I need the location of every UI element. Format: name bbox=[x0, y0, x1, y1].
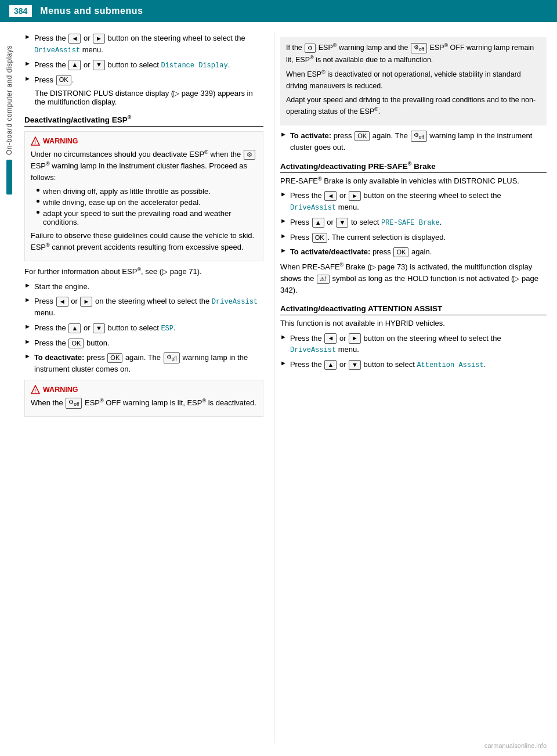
warning-icon-1: ! bbox=[31, 136, 40, 146]
btn-left-4: ◄ bbox=[324, 333, 337, 343]
step-press-lr: ► Press ◄ or ► on the steering wheel to … bbox=[24, 296, 263, 319]
attention-step-2: ► Press the ▲ or ▼ button to select Atte… bbox=[280, 359, 547, 370]
attention-intro: This function is not available in HYBRID… bbox=[280, 318, 547, 329]
sidebar-label: On-board computer and displays bbox=[5, 45, 13, 155]
warning-text-1: Under no circumstances should you deacti… bbox=[31, 149, 257, 184]
btn-right: ► bbox=[93, 34, 105, 44]
driveassist-code-4: DriveAssist bbox=[290, 346, 336, 354]
warning-failure-text: Failure to observe these guidelines coul… bbox=[31, 230, 257, 254]
bullet-arrow-3: ► bbox=[24, 75, 31, 82]
btn-down-1: ▼ bbox=[93, 60, 105, 70]
svg-text:!: ! bbox=[34, 388, 36, 394]
esp-off-icon-2: ⚙off bbox=[411, 43, 427, 54]
attention-assist-heading: Activating/deactivating ATTENTION ASSIST bbox=[280, 304, 547, 315]
warning-icon-2: ! bbox=[31, 385, 40, 394]
driveassist-code-3: DriveAssist bbox=[290, 204, 336, 212]
sidebar-bar bbox=[6, 160, 12, 195]
distance-display-code: Distance Display bbox=[161, 62, 227, 70]
attention-assist-code: Attention Assist bbox=[417, 361, 483, 369]
distronic-note: The DISTRONIC PLUS distance display (▷ p… bbox=[35, 89, 263, 106]
attention-step-1: ► Press the ◄ or ► button on the steerin… bbox=[280, 333, 547, 356]
deactivating-heading: Deactivating/activating ESP® bbox=[24, 114, 263, 127]
step-start-engine: ► Start the engine. bbox=[24, 281, 263, 293]
presafe-note: When PRE-SAFE® Brake (▷ page 73) is acti… bbox=[280, 261, 547, 297]
presafe-intro: PRE-SAFE® Brake is only available in veh… bbox=[280, 175, 547, 187]
esp-lamp-btn: ⚙ bbox=[244, 150, 255, 160]
driveassist-code-2: DriveAssist bbox=[212, 298, 258, 306]
presafe-brake-code: PRE-SAFE Brake bbox=[381, 219, 440, 227]
warning-text-2: When the ⚙off ESP® OFF warning lamp is l… bbox=[31, 397, 257, 409]
bullet-press-ok-1: ► Press OK. bbox=[24, 74, 263, 86]
step-press-ok-2: ► Press the OK button. bbox=[24, 337, 263, 349]
esp-warn-icon-2: ⚙off bbox=[411, 131, 427, 142]
step-select-esp: ► Press the ▲ or ▼ button to select ESP. bbox=[24, 322, 263, 334]
presafe-step-1: ► Press the ◄ or ► button on the steerin… bbox=[280, 190, 547, 213]
btn-up-3: ▲ bbox=[312, 218, 324, 228]
sidebar: On-board computer and displays bbox=[0, 22, 19, 754]
btn-down-2: ▼ bbox=[93, 323, 105, 333]
to-activate-label: To activate: bbox=[290, 131, 331, 140]
btn-down-4: ▼ bbox=[349, 360, 361, 370]
esp-code: ESP bbox=[161, 325, 173, 333]
sub-bullet-1: when driving off, apply as little thrott… bbox=[37, 187, 257, 196]
btn-ok-5: OK bbox=[312, 233, 327, 243]
presafe-step-2: ► Press ▲ or ▼ to select PRE-SAFE Brake. bbox=[280, 217, 547, 228]
btn-ok-2: OK bbox=[68, 339, 84, 348]
to-deactivate-label: To deactivate: bbox=[34, 353, 84, 362]
btn-ok-1: OK bbox=[56, 75, 71, 85]
svg-text:!: ! bbox=[34, 139, 36, 145]
btn-left: ◄ bbox=[68, 34, 81, 44]
info-box: If the ⚙ ESP® warning lamp and the ⚙off … bbox=[280, 37, 547, 125]
warning-box-2: ! WARNING When the ⚙off ESP® OFF warning… bbox=[24, 380, 263, 417]
header: 384 Menus and submenus bbox=[0, 0, 557, 22]
esp-off-btn: ⚙off bbox=[66, 398, 82, 409]
watermark: carmanualsonline.info bbox=[484, 742, 547, 749]
esp-warn-icon: ⚙ bbox=[305, 44, 316, 53]
btn-up-1: ▲ bbox=[68, 60, 81, 70]
bullet-driveassist-select: ► Press the ◄ or ► button on the steerin… bbox=[24, 33, 263, 56]
bullet-distance-display: ► Press the ▲ or ▼ button to select Dist… bbox=[24, 59, 263, 71]
btn-left-2: ◄ bbox=[56, 297, 68, 307]
bullet-to-activate: ► To activate: press OK again. The ⚙off … bbox=[280, 130, 547, 153]
btn-up-4: ▲ bbox=[324, 360, 337, 370]
btn-right-3: ► bbox=[349, 191, 361, 201]
bullet-arrow-2: ► bbox=[24, 60, 31, 67]
btn-ok-6: OK bbox=[393, 247, 408, 257]
further-info: For further information about ESP®, see … bbox=[24, 266, 263, 278]
bullet-arrow: ► bbox=[24, 33, 31, 40]
esp-off-icon: ⚙off bbox=[164, 352, 180, 363]
right-column: If the ⚙ ESP® warning lamp and the ⚙off … bbox=[274, 33, 557, 743]
btn-right-4: ► bbox=[349, 333, 361, 343]
warning-title-2: ! WARNING bbox=[31, 385, 257, 394]
presafe-heading: Activating/deactivating PRE-SAFE® Brake bbox=[280, 161, 547, 173]
driveassist-code: DriveAssist bbox=[34, 46, 80, 55]
hold-symbol: ⚠! bbox=[317, 275, 330, 284]
presafe-step-3: ► Press OK. The current selection is dis… bbox=[280, 232, 547, 243]
btn-ok-4: OK bbox=[355, 131, 370, 141]
btn-right-2: ► bbox=[80, 297, 92, 307]
btn-left-3: ◄ bbox=[324, 191, 337, 201]
warning-box-1: ! WARNING Under no circumstances should … bbox=[24, 131, 263, 262]
page-number: 384 bbox=[9, 5, 32, 17]
sub-bullet-3: adapt your speed to suit the prevailing … bbox=[37, 209, 257, 226]
btn-ok-3: OK bbox=[107, 353, 122, 363]
header-title: Menus and submenus bbox=[40, 6, 143, 16]
left-column: ► Press the ◄ or ► button on the steerin… bbox=[19, 33, 274, 743]
step-deactivate: ► To deactivate: press OK again. The ⚙of… bbox=[24, 352, 263, 375]
btn-down-3: ▼ bbox=[336, 218, 348, 228]
presafe-step-4: ► To activate/deactivate: press OK again… bbox=[280, 246, 547, 258]
warning-title-1: ! WARNING bbox=[31, 136, 257, 146]
sub-bullet-2: while driving, ease up on the accelerato… bbox=[37, 198, 257, 207]
to-activate-deactivate-label: To activate/deactivate: bbox=[290, 247, 370, 256]
btn-up-2: ▲ bbox=[68, 323, 81, 333]
